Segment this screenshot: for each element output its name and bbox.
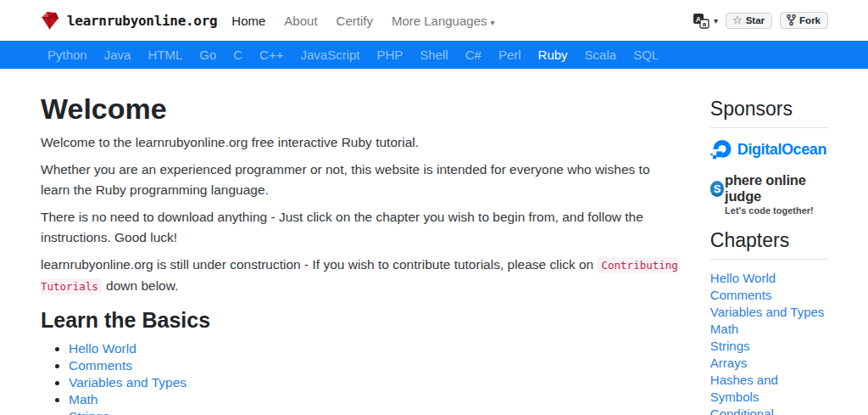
list-item: Strings	[710, 338, 828, 355]
sponsor-sphere-online-judge-link[interactable]: S phere online judge Let's code together…	[710, 172, 828, 216]
nav-about[interactable]: About	[275, 14, 326, 28]
chapter-link-variables-and-types[interactable]: Variables and Types	[710, 305, 825, 319]
site-header: learnrubyonline.org Home About Certify M…	[0, 0, 868, 41]
page: learnrubyonline.org Home About Certify M…	[0, 0, 868, 415]
brand-home-link[interactable]: learnrubyonline.org	[38, 9, 217, 31]
list-item: Strings	[69, 408, 679, 415]
star-icon: ☆	[732, 15, 743, 25]
star-button-label: Star	[746, 15, 765, 25]
construction-text-after: down below.	[103, 278, 179, 293]
lang-javascript[interactable]: JavaScript	[292, 48, 368, 62]
chapter-link-hello-world[interactable]: Hello World	[710, 271, 776, 285]
chapter-link-math[interactable]: Math	[710, 322, 738, 336]
sponsor-digitalocean-link[interactable]: DigitalOcean	[710, 138, 828, 161]
list-item: Variables and Types	[710, 304, 828, 321]
chapters-list: Hello World Comments Variables and Types…	[710, 270, 828, 415]
basics-link-math[interactable]: Math	[69, 392, 97, 407]
nav-certify[interactable]: Certify	[327, 14, 382, 28]
chapter-link-strings[interactable]: Strings	[710, 339, 750, 353]
translate-icon: A a	[693, 12, 709, 29]
basics-link-variables-and-types[interactable]: Variables and Types	[69, 375, 186, 390]
sphere-label: phere online judge	[725, 172, 828, 205]
list-item: Arrays	[710, 355, 828, 372]
paragraph-audience: Whether you are an experienced programme…	[41, 160, 679, 200]
chapter-link-conditional-statements[interactable]: Conditional Statements	[710, 407, 775, 415]
basics-list: Hello World Comments Variables and Types…	[41, 340, 679, 415]
sidebar: Sponsors DigitalOcean S	[710, 69, 828, 415]
chevron-down-icon: ▾	[714, 16, 718, 25]
sphere-s-icon: S	[710, 181, 724, 197]
list-item: Variables and Types	[69, 374, 679, 391]
divider	[710, 259, 828, 260]
header-actions: A a ▾ ☆ Star	[693, 12, 828, 29]
chapters-title: Chapters	[710, 229, 828, 251]
svg-text:a: a	[703, 20, 707, 28]
lang-html[interactable]: HTML	[139, 48, 191, 62]
sponsors-title: Sponsors	[710, 98, 828, 120]
ruby-logo-icon	[38, 9, 60, 31]
page-title: Welcome	[41, 92, 679, 126]
list-item: Math	[69, 391, 679, 408]
list-item: Math	[710, 321, 828, 338]
list-item: Hello World	[69, 340, 679, 357]
list-item: Comments	[710, 287, 828, 304]
list-item: Conditional Statements	[710, 406, 828, 415]
basics-link-strings[interactable]: Strings	[69, 409, 109, 415]
lang-python[interactable]: Python	[39, 48, 96, 62]
github-fork-button[interactable]: Fork	[780, 12, 828, 29]
section-title-learn-basics: Learn the Basics	[41, 307, 679, 333]
brand-title: learnrubyonline.org	[67, 13, 217, 29]
sphere-online-judge-logo: S phere online judge	[710, 172, 828, 205]
main-column: Welcome Welcome to the learnrubyonline.o…	[41, 69, 679, 415]
github-star-button[interactable]: ☆ Star	[726, 13, 772, 29]
sphere-tagline: Let's code together!	[710, 205, 828, 216]
lang-php[interactable]: PHP	[368, 48, 411, 62]
nav-home[interactable]: Home	[222, 14, 275, 28]
list-item: Hello World	[710, 270, 828, 287]
nav-more-languages-label: More Languages	[392, 14, 487, 28]
fork-button-label: Fork	[799, 15, 821, 25]
lang-shell[interactable]: Shell	[411, 48, 456, 62]
lang-scala[interactable]: Scala	[576, 48, 626, 62]
intro-paragraph: Welcome to the learnrubyonline.org free …	[41, 132, 679, 153]
lang-sql[interactable]: SQL	[625, 48, 667, 62]
paragraph-construction: learnrubyonline.org is still under const…	[41, 255, 679, 297]
lang-cpp[interactable]: C++	[251, 48, 292, 62]
digitalocean-label: DigitalOcean	[737, 141, 826, 159]
lang-csharp[interactable]: C#	[457, 48, 490, 62]
lang-c[interactable]: C	[225, 48, 251, 62]
chapter-link-hashes-and-symbols[interactable]: Hashes and Symbols	[710, 373, 778, 404]
header-nav: Home About Certify More Languages▾	[222, 14, 504, 28]
digitalocean-logo-icon	[710, 138, 733, 161]
lang-perl[interactable]: Perl	[490, 48, 530, 62]
nav-more-languages[interactable]: More Languages▾	[382, 14, 504, 28]
content: Welcome Welcome to the learnrubyonline.o…	[0, 69, 868, 415]
lang-ruby[interactable]: Ruby	[530, 48, 576, 62]
chapter-link-comments[interactable]: Comments	[710, 288, 772, 302]
basics-link-comments[interactable]: Comments	[69, 358, 132, 373]
paragraph-instructions: There is no need to download anything - …	[41, 207, 679, 248]
language-switcher[interactable]: A a ▾	[693, 12, 718, 29]
lang-java[interactable]: Java	[96, 48, 140, 62]
list-item: Comments	[69, 357, 679, 374]
lang-go[interactable]: Go	[191, 48, 225, 62]
list-item: Hashes and Symbols	[710, 372, 828, 406]
construction-text-before: learnrubyonline.org is still under const…	[41, 257, 598, 272]
chevron-down-icon: ▾	[490, 18, 494, 27]
divider	[710, 127, 828, 128]
basics-link-hello-world[interactable]: Hello World	[69, 341, 136, 356]
fork-icon	[787, 14, 796, 25]
chapter-link-arrays[interactable]: Arrays	[710, 356, 747, 370]
language-bar: Python Java HTML Go C C++ JavaScript PHP…	[0, 41, 868, 69]
